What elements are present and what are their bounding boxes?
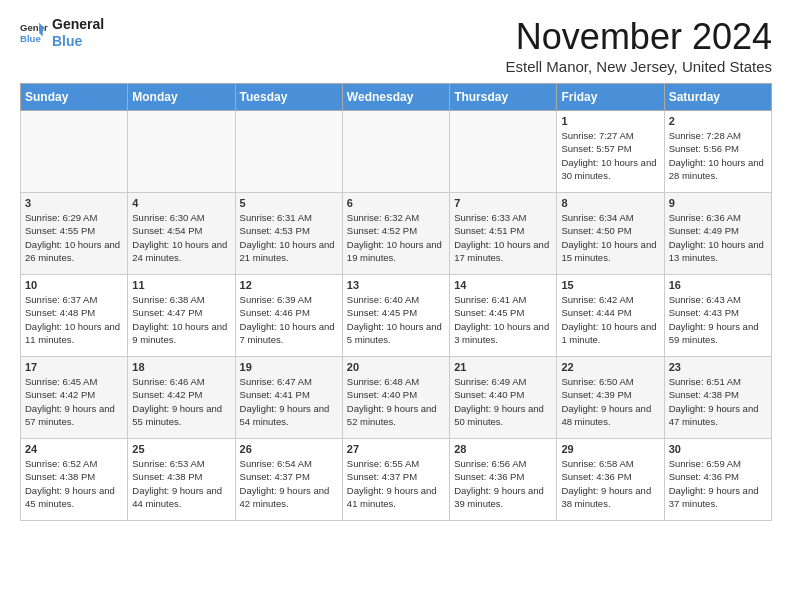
- day-number: 12: [240, 279, 338, 291]
- day-info: Sunrise: 6:30 AMSunset: 4:54 PMDaylight:…: [132, 211, 230, 264]
- calendar-cell: 23 Sunrise: 6:51 AMSunset: 4:38 PMDaylig…: [664, 357, 771, 439]
- day-info: Sunrise: 6:43 AMSunset: 4:43 PMDaylight:…: [669, 293, 767, 346]
- day-info: Sunrise: 6:41 AMSunset: 4:45 PMDaylight:…: [454, 293, 552, 346]
- day-number: 17: [25, 361, 123, 373]
- calendar-cell: [21, 111, 128, 193]
- calendar-week-1: 1 Sunrise: 7:27 AMSunset: 5:57 PMDayligh…: [21, 111, 772, 193]
- calendar-cell: 19 Sunrise: 6:47 AMSunset: 4:41 PMDaylig…: [235, 357, 342, 439]
- header-friday: Friday: [557, 84, 664, 111]
- calendar-cell: 15 Sunrise: 6:42 AMSunset: 4:44 PMDaylig…: [557, 275, 664, 357]
- calendar-week-5: 24 Sunrise: 6:52 AMSunset: 4:38 PMDaylig…: [21, 439, 772, 521]
- header-sunday: Sunday: [21, 84, 128, 111]
- header-monday: Monday: [128, 84, 235, 111]
- day-number: 4: [132, 197, 230, 209]
- month-title: November 2024: [506, 16, 773, 58]
- day-number: 19: [240, 361, 338, 373]
- day-number: 1: [561, 115, 659, 127]
- day-info: Sunrise: 6:45 AMSunset: 4:42 PMDaylight:…: [25, 375, 123, 428]
- day-number: 9: [669, 197, 767, 209]
- calendar-cell: 6 Sunrise: 6:32 AMSunset: 4:52 PMDayligh…: [342, 193, 449, 275]
- calendar-cell: 3 Sunrise: 6:29 AMSunset: 4:55 PMDayligh…: [21, 193, 128, 275]
- day-info: Sunrise: 6:53 AMSunset: 4:38 PMDaylight:…: [132, 457, 230, 510]
- day-info: Sunrise: 6:33 AMSunset: 4:51 PMDaylight:…: [454, 211, 552, 264]
- logo-line1: General: [52, 16, 104, 33]
- day-info: Sunrise: 6:54 AMSunset: 4:37 PMDaylight:…: [240, 457, 338, 510]
- day-number: 14: [454, 279, 552, 291]
- day-info: Sunrise: 6:31 AMSunset: 4:53 PMDaylight:…: [240, 211, 338, 264]
- calendar-cell: [235, 111, 342, 193]
- calendar-cell: 5 Sunrise: 6:31 AMSunset: 4:53 PMDayligh…: [235, 193, 342, 275]
- calendar-cell: 26 Sunrise: 6:54 AMSunset: 4:37 PMDaylig…: [235, 439, 342, 521]
- day-number: 22: [561, 361, 659, 373]
- day-number: 28: [454, 443, 552, 455]
- calendar-cell: 12 Sunrise: 6:39 AMSunset: 4:46 PMDaylig…: [235, 275, 342, 357]
- day-info: Sunrise: 6:59 AMSunset: 4:36 PMDaylight:…: [669, 457, 767, 510]
- calendar-cell: 27 Sunrise: 6:55 AMSunset: 4:37 PMDaylig…: [342, 439, 449, 521]
- day-number: 16: [669, 279, 767, 291]
- day-info: Sunrise: 6:48 AMSunset: 4:40 PMDaylight:…: [347, 375, 445, 428]
- day-number: 6: [347, 197, 445, 209]
- calendar-cell: 2 Sunrise: 7:28 AMSunset: 5:56 PMDayligh…: [664, 111, 771, 193]
- day-info: Sunrise: 6:37 AMSunset: 4:48 PMDaylight:…: [25, 293, 123, 346]
- calendar-cell: 24 Sunrise: 6:52 AMSunset: 4:38 PMDaylig…: [21, 439, 128, 521]
- calendar-cell: 30 Sunrise: 6:59 AMSunset: 4:36 PMDaylig…: [664, 439, 771, 521]
- calendar-cell: 25 Sunrise: 6:53 AMSunset: 4:38 PMDaylig…: [128, 439, 235, 521]
- svg-text:General: General: [20, 22, 48, 33]
- day-info: Sunrise: 6:49 AMSunset: 4:40 PMDaylight:…: [454, 375, 552, 428]
- day-info: Sunrise: 6:39 AMSunset: 4:46 PMDaylight:…: [240, 293, 338, 346]
- calendar-cell: 8 Sunrise: 6:34 AMSunset: 4:50 PMDayligh…: [557, 193, 664, 275]
- day-info: Sunrise: 6:58 AMSunset: 4:36 PMDaylight:…: [561, 457, 659, 510]
- day-info: Sunrise: 6:32 AMSunset: 4:52 PMDaylight:…: [347, 211, 445, 264]
- title-area: November 2024 Estell Manor, New Jersey, …: [506, 16, 773, 75]
- header-tuesday: Tuesday: [235, 84, 342, 111]
- day-info: Sunrise: 6:50 AMSunset: 4:39 PMDaylight:…: [561, 375, 659, 428]
- calendar-cell: 14 Sunrise: 6:41 AMSunset: 4:45 PMDaylig…: [450, 275, 557, 357]
- day-info: Sunrise: 6:40 AMSunset: 4:45 PMDaylight:…: [347, 293, 445, 346]
- logo-line2: Blue: [52, 33, 104, 50]
- calendar-cell: 22 Sunrise: 6:50 AMSunset: 4:39 PMDaylig…: [557, 357, 664, 439]
- day-number: 21: [454, 361, 552, 373]
- calendar-cell: 10 Sunrise: 6:37 AMSunset: 4:48 PMDaylig…: [21, 275, 128, 357]
- day-info: Sunrise: 6:56 AMSunset: 4:36 PMDaylight:…: [454, 457, 552, 510]
- day-info: Sunrise: 6:52 AMSunset: 4:38 PMDaylight:…: [25, 457, 123, 510]
- calendar-cell: 18 Sunrise: 6:46 AMSunset: 4:42 PMDaylig…: [128, 357, 235, 439]
- calendar-cell: 9 Sunrise: 6:36 AMSunset: 4:49 PMDayligh…: [664, 193, 771, 275]
- calendar-cell: 16 Sunrise: 6:43 AMSunset: 4:43 PMDaylig…: [664, 275, 771, 357]
- day-info: Sunrise: 7:28 AMSunset: 5:56 PMDaylight:…: [669, 129, 767, 182]
- day-info: Sunrise: 6:55 AMSunset: 4:37 PMDaylight:…: [347, 457, 445, 510]
- day-info: Sunrise: 7:27 AMSunset: 5:57 PMDaylight:…: [561, 129, 659, 182]
- calendar-week-3: 10 Sunrise: 6:37 AMSunset: 4:48 PMDaylig…: [21, 275, 772, 357]
- calendar-week-4: 17 Sunrise: 6:45 AMSunset: 4:42 PMDaylig…: [21, 357, 772, 439]
- calendar-week-2: 3 Sunrise: 6:29 AMSunset: 4:55 PMDayligh…: [21, 193, 772, 275]
- day-info: Sunrise: 6:42 AMSunset: 4:44 PMDaylight:…: [561, 293, 659, 346]
- day-number: 13: [347, 279, 445, 291]
- header-wednesday: Wednesday: [342, 84, 449, 111]
- day-number: 11: [132, 279, 230, 291]
- day-number: 3: [25, 197, 123, 209]
- day-number: 20: [347, 361, 445, 373]
- header: General Blue General Blue November 2024 …: [20, 16, 772, 75]
- day-info: Sunrise: 6:36 AMSunset: 4:49 PMDaylight:…: [669, 211, 767, 264]
- logo: General Blue General Blue: [20, 16, 104, 50]
- day-number: 27: [347, 443, 445, 455]
- logo-icon: General Blue: [20, 19, 48, 47]
- calendar-cell: 7 Sunrise: 6:33 AMSunset: 4:51 PMDayligh…: [450, 193, 557, 275]
- day-info: Sunrise: 6:46 AMSunset: 4:42 PMDaylight:…: [132, 375, 230, 428]
- day-info: Sunrise: 6:38 AMSunset: 4:47 PMDaylight:…: [132, 293, 230, 346]
- calendar-table: Sunday Monday Tuesday Wednesday Thursday…: [20, 83, 772, 521]
- day-number: 10: [25, 279, 123, 291]
- calendar-cell: 11 Sunrise: 6:38 AMSunset: 4:47 PMDaylig…: [128, 275, 235, 357]
- svg-text:Blue: Blue: [20, 33, 41, 44]
- day-number: 7: [454, 197, 552, 209]
- day-number: 18: [132, 361, 230, 373]
- calendar-cell: 20 Sunrise: 6:48 AMSunset: 4:40 PMDaylig…: [342, 357, 449, 439]
- calendar-cell: 29 Sunrise: 6:58 AMSunset: 4:36 PMDaylig…: [557, 439, 664, 521]
- calendar-cell: 4 Sunrise: 6:30 AMSunset: 4:54 PMDayligh…: [128, 193, 235, 275]
- weekday-header-row: Sunday Monday Tuesday Wednesday Thursday…: [21, 84, 772, 111]
- day-number: 23: [669, 361, 767, 373]
- calendar-cell: 17 Sunrise: 6:45 AMSunset: 4:42 PMDaylig…: [21, 357, 128, 439]
- day-number: 5: [240, 197, 338, 209]
- header-thursday: Thursday: [450, 84, 557, 111]
- calendar-cell: 13 Sunrise: 6:40 AMSunset: 4:45 PMDaylig…: [342, 275, 449, 357]
- day-number: 26: [240, 443, 338, 455]
